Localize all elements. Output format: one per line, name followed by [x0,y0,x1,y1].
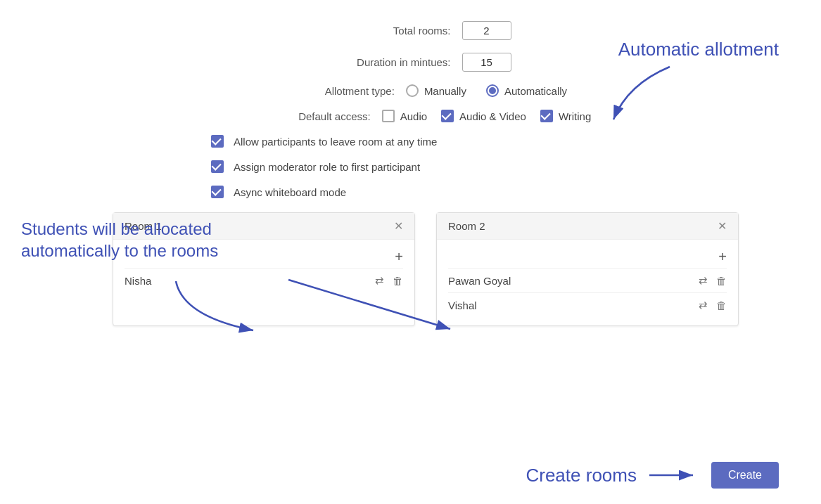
room-1-move-icon-nisha[interactable]: ⇄ [375,274,384,287]
room-2-participant-vishal: Vishal ⇄ 🗑 [448,292,727,317]
radio-manually[interactable]: Manually [406,84,466,97]
allotment-row: Allotment type: Manually Automatically [254,84,567,97]
room-2-body: + Pawan Goyal ⇄ 🗑 Vishal ⇄ 🗑 [437,240,738,325]
room-2-close-button[interactable]: ✕ [718,221,727,232]
checkbox-box-moderator [211,160,224,173]
radio-label-automatically: Automatically [504,85,567,97]
room-2-participant-name-pawan: Pawan Goyal [448,275,511,287]
checkbox-label-async: Async whiteboard mode [234,186,346,198]
room-2-add-row: + [448,245,727,268]
room-2-delete-icon-pawan[interactable]: 🗑 [716,275,727,287]
room-2-participant-actions-vishal: ⇄ 🗑 [699,299,727,311]
room-1-participant-name-nisha: Nisha [125,275,151,287]
room-1-add-button[interactable]: + [395,250,403,264]
checkbox-audio[interactable]: Audio [382,110,427,122]
extra-option-async[interactable]: Async whiteboard mode [211,186,346,198]
extra-option-leave[interactable]: Allow participants to leave room at any … [211,135,437,148]
room-2-delete-icon-vishal[interactable]: 🗑 [716,299,727,311]
default-access-label: Default access: [230,110,371,122]
room-2-add-button[interactable]: + [718,250,727,264]
extra-option-moderator[interactable]: Assign moderator role to first participa… [211,160,420,173]
checkbox-box-leave [211,135,224,148]
allotment-radio-group: Manually Automatically [406,84,567,97]
room-1-participant-nisha: Nisha ⇄ 🗑 [125,268,403,292]
room-1-body: + Nisha ⇄ 🗑 [113,240,414,301]
room-2-move-icon-vishal[interactable]: ⇄ [699,299,708,311]
duration-input[interactable] [462,53,511,72]
checkbox-label-moderator: Assign moderator role to first participa… [234,161,420,173]
total-rooms-row: Total rooms: [310,21,511,40]
rooms-section: Room 1 ✕ + Nisha ⇄ 🗑 Room 2 ✕ [113,212,779,326]
room-1-title: Room 1 [125,220,162,232]
checkbox-label-audio-video: Audio & Video [459,110,526,122]
create-arrow-svg [649,470,699,481]
default-access-row: Default access: Audio Audio & Video Writ… [230,110,592,122]
checkbox-box-audio [382,110,395,122]
checkbox-audio-video[interactable]: Audio & Video [441,110,526,122]
room-1-delete-icon-nisha[interactable]: 🗑 [393,275,403,287]
checkbox-label-audio: Audio [400,110,427,122]
create-arrow [649,470,699,481]
room-2-move-icon-pawan[interactable]: ⇄ [699,274,708,287]
access-checkbox-group: Audio Audio & Video Writing [382,110,592,122]
room-1-add-row: + [125,245,403,268]
room-1-close-button[interactable]: ✕ [394,221,403,232]
room-card-2: Room 2 ✕ + Pawan Goyal ⇄ 🗑 Vishal [436,212,739,326]
checkbox-box-writing [540,110,553,122]
duration-row: Duration in mintues: [310,53,511,72]
checkbox-label-writing: Writing [559,110,591,122]
total-rooms-input[interactable] [462,21,511,40]
room-1-participant-actions-nisha: ⇄ 🗑 [375,274,403,287]
main-container: Total rooms: Duration in mintues: Allotm… [0,0,821,504]
room-2-title: Room 2 [448,220,485,232]
radio-circle-automatically [486,84,499,97]
room-2-participant-pawan: Pawan Goyal ⇄ 🗑 [448,268,727,292]
checkbox-box-async [211,186,224,198]
room-1-header: Room 1 ✕ [113,213,414,240]
radio-label-manually: Manually [424,85,466,97]
checkbox-box-audio-video [441,110,454,122]
total-rooms-label: Total rooms: [310,25,451,37]
create-button[interactable]: Create [711,462,779,489]
radio-automatically[interactable]: Automatically [486,84,567,97]
duration-label: Duration in mintues: [310,56,451,68]
radio-dot-automatically [489,87,496,94]
room-card-1: Room 1 ✕ + Nisha ⇄ 🗑 [113,212,415,326]
checkbox-label-leave: Allow participants to leave room at any … [234,136,437,148]
bottom-section: Create rooms Create [526,462,779,489]
radio-circle-manually [406,84,419,97]
form-section: Total rooms: Duration in mintues: Allotm… [42,21,779,198]
room-2-participant-actions-pawan: ⇄ 🗑 [699,274,727,287]
room-2-header: Room 2 ✕ [437,213,738,240]
checkbox-writing[interactable]: Writing [540,110,591,122]
create-rooms-label: Create rooms [526,465,637,486]
room-2-participant-name-vishal: Vishal [448,299,477,311]
allotment-label: Allotment type: [254,85,395,97]
